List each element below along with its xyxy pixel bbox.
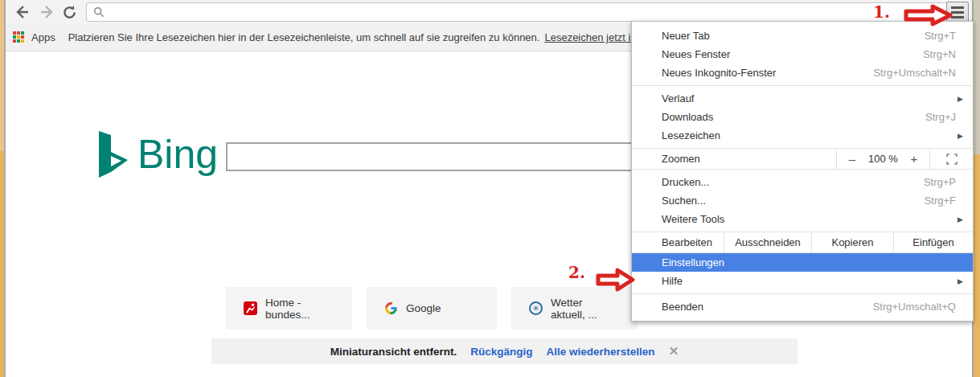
google-g-icon [384, 301, 398, 315]
back-arrow-icon [14, 4, 31, 20]
menu-item-settings[interactable]: Einstellungen [632, 253, 973, 272]
menu-item-bookmarks[interactable]: Lesezeichen ▶ [632, 126, 973, 145]
copy-button[interactable]: Kopieren [811, 232, 893, 252]
menu-item-new-window[interactable]: Neues Fenster Strg+N [632, 45, 973, 64]
tile-label: Home - bundes... [265, 297, 334, 321]
menu-item-new-incognito[interactable]: Neues Inkognito-Fenster Strg+Umschalt+N [632, 64, 973, 82]
zoom-in-button[interactable]: + [907, 152, 921, 166]
address-input[interactable] [105, 6, 953, 18]
zoom-controls: – 100 % + [836, 149, 929, 169]
menu-item-more-tools[interactable]: Weitere Tools ▶ [632, 210, 973, 228]
notification-bar: Miniaturansicht entfernt. Rückgängig All… [211, 338, 798, 364]
bing-search-input[interactable] [228, 144, 675, 170]
tile-google[interactable]: Google [367, 287, 497, 330]
bing-logo-text: Bing [137, 131, 218, 178]
menu-zoom-row: Zoomen – 100 % + [632, 148, 973, 170]
menu-item-history[interactable]: Verlauf ▶ [632, 89, 973, 108]
browser-window: Apps Platzieren Sie Ihre Lesezeichen hie… [0, 0, 980, 377]
menu-item-help[interactable]: Hilfe ▶ [632, 272, 973, 290]
tile-label: Wetter aktuell, ... [551, 297, 620, 321]
menu-edit-row: Bearbeiten Ausschneiden Kopieren Einfüge… [632, 232, 973, 253]
shortcut-label: Strg+P [924, 176, 963, 188]
shortcut-label: Strg+N [923, 48, 963, 60]
desktop-background-right [974, 0, 980, 377]
tile-label: Google [406, 302, 441, 314]
shortcut-label: Strg+Umschalt+Q [873, 301, 963, 313]
submenu-arrow-icon: ▶ [957, 132, 963, 140]
menu-item-print[interactable]: Drucken... Strg+P [632, 173, 973, 191]
bing-b-icon [92, 131, 129, 181]
fullscreen-icon [946, 154, 957, 165]
submenu-arrow-icon: ▶ [957, 95, 963, 103]
back-button[interactable] [12, 2, 33, 23]
forward-button[interactable] [36, 2, 57, 23]
annotation-step-1: 1. [873, 2, 890, 22]
undo-link[interactable]: Rückgängig [470, 346, 532, 358]
shortcut-label: Strg+T [925, 30, 963, 42]
menu-item-new-tab[interactable]: Neuer Tab Strg+T [632, 27, 973, 45]
fullscreen-button[interactable] [929, 149, 973, 169]
chrome-menu: Neuer Tab Strg+T Neues Fenster Strg+N Ne… [631, 21, 974, 322]
bing-logo: Bing [92, 131, 218, 181]
tile-bundesliga[interactable]: Home - bundes... [226, 287, 352, 330]
shortcut-label: Strg+F [925, 195, 963, 207]
cut-button[interactable]: Ausschneiden [724, 232, 811, 252]
notification-message: Miniaturansicht entfernt. [330, 346, 457, 358]
top-sites-tiles: Home - bundes... Google ✳ Wetter aktuell… [226, 287, 638, 330]
edit-label: Bearbeiten [632, 232, 724, 252]
menu-separator [632, 293, 973, 294]
menu-item-exit[interactable]: Beenden Strg+Umschalt+Q [632, 297, 973, 316]
bookmarks-hint-text: Platzieren Sie Ihre Lesezeichen hier in … [68, 31, 540, 43]
notification-close-icon[interactable]: ✕ [669, 344, 679, 359]
apps-label[interactable]: Apps [31, 31, 55, 43]
apps-grid-icon[interactable] [13, 31, 26, 44]
reload-button[interactable] [59, 2, 80, 23]
paste-button[interactable]: Einfügen [893, 232, 973, 252]
annotation-step-2: 2. [568, 263, 585, 282]
weather-icon: ✳ [529, 301, 543, 315]
zoom-level-value: 100 % [868, 153, 898, 165]
reload-icon [62, 5, 77, 20]
menu-item-find[interactable]: Suchen... Strg+F [632, 191, 973, 210]
menu-item-downloads[interactable]: Downloads Strg+J [632, 108, 973, 126]
search-icon [93, 6, 105, 18]
shortcut-label: Strg+J [925, 111, 963, 123]
zoom-label: Zoomen [632, 149, 836, 169]
address-bar[interactable] [86, 2, 954, 22]
submenu-arrow-icon: ▶ [957, 215, 963, 223]
annotation-arrow-1-icon [904, 4, 953, 27]
shortcut-label: Strg+Umschalt+N [873, 67, 963, 79]
forward-arrow-icon [39, 4, 55, 20]
menu-separator [632, 85, 973, 86]
bundesliga-icon [244, 301, 257, 315]
restore-all-link[interactable]: Alle wiederherstellen [547, 346, 655, 358]
bing-search-box[interactable] [226, 142, 676, 171]
submenu-arrow-icon: ▶ [957, 277, 963, 285]
zoom-out-button[interactable]: – [845, 152, 859, 166]
annotation-arrow-2-icon [596, 266, 636, 293]
